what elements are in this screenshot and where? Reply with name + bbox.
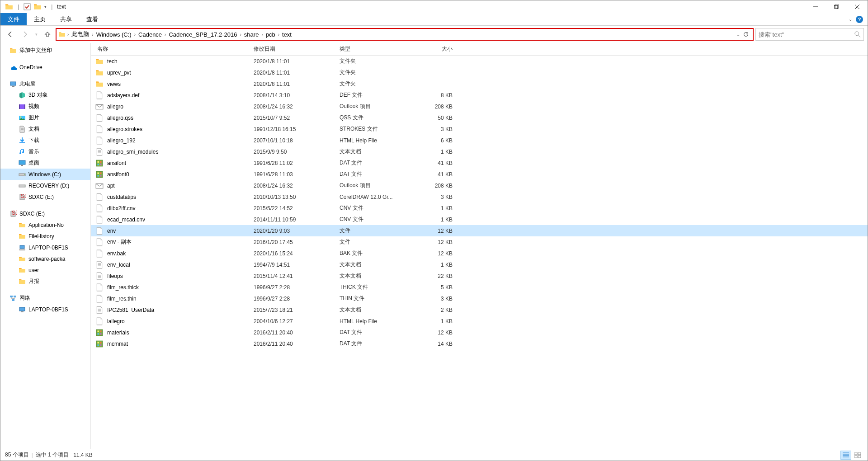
- file-row[interactable]: custdatatips2010/10/13 13:50CorelDRAW 12…: [91, 191, 868, 202]
- sidebar-item-label: 此电脑: [19, 80, 36, 88]
- sidebar-item[interactable]: 3D 对象: [0, 89, 90, 101]
- search-box[interactable]: [755, 28, 864, 41]
- sidebar-item[interactable]: 下载: [0, 135, 90, 146]
- maximize-button[interactable]: [826, 0, 847, 13]
- file-date: 2020/1/8 11:01: [254, 70, 340, 76]
- crumb-sep[interactable]: ›: [277, 32, 280, 37]
- sidebar-item[interactable]: 桌面: [0, 157, 90, 169]
- crumb-thispc[interactable]: 此电脑: [71, 30, 90, 38]
- crumb-text[interactable]: text: [281, 31, 292, 38]
- file-row[interactable]: allegro.strokes1991/12/18 16:15STROKES 文…: [91, 123, 868, 135]
- back-button[interactable]: [4, 28, 17, 41]
- file-row[interactable]: materials2016/2/11 20:40DAT 文件12 KB: [91, 327, 868, 338]
- sidebar-item[interactable]: 图片: [0, 112, 90, 123]
- crumb-pcb[interactable]: pcb: [265, 31, 276, 38]
- sidebar-item[interactable]: user: [0, 264, 90, 276]
- crumb-share[interactable]: share: [243, 31, 260, 38]
- refresh-icon[interactable]: [743, 31, 749, 38]
- crumb-sep[interactable]: ›: [91, 32, 94, 37]
- file-row[interactable]: ansifont01991/6/28 11:03DAT 文件41 KB: [91, 169, 868, 180]
- help-icon[interactable]: ?: [856, 16, 863, 23]
- recent-dropdown[interactable]: ▾: [33, 28, 39, 41]
- file-row[interactable]: apt2008/1/24 16:32Outlook 项目208 KB: [91, 180, 868, 191]
- sidebar-item[interactable]: LAPTOP-0BF1S: [0, 242, 90, 253]
- icons-view-button[interactable]: [852, 451, 863, 460]
- sidebar-item[interactable]: RECOVERY (D:): [0, 180, 90, 191]
- sidebar-item[interactable]: software-packa: [0, 253, 90, 264]
- file-row[interactable]: allegro.qss2015/10/7 9:52QSS 文件50 KB: [91, 112, 868, 123]
- sidebar-item[interactable]: Application-No: [0, 219, 90, 230]
- qat-dropdown[interactable]: ▾: [44, 5, 47, 9]
- sidebar-item[interactable]: LAPTOP-0BF1S: [0, 304, 90, 315]
- sidebar-item-label: software-packa: [28, 256, 65, 262]
- sidebar-item[interactable]: OneDrive: [0, 61, 90, 73]
- file-row[interactable]: mcmmat2016/2/11 20:40DAT 文件14 KB: [91, 338, 868, 349]
- details-view-button[interactable]: [840, 451, 851, 460]
- checkbox-icon[interactable]: [24, 3, 31, 10]
- file-row[interactable]: fileops2015/11/4 12:41文本文档22 KB: [91, 270, 868, 282]
- sidebar-item[interactable]: 网络: [0, 292, 90, 304]
- sidebar-item[interactable]: 音乐: [0, 146, 90, 157]
- file-size: 6 KB: [412, 137, 457, 144]
- file-row[interactable]: tech2020/1/8 11:01文件夹: [91, 56, 868, 67]
- tab-home[interactable]: 主页: [27, 13, 53, 25]
- up-button[interactable]: [41, 28, 54, 41]
- sidebar-item[interactable]: Windows (C:): [0, 169, 90, 180]
- file-row[interactable]: IPC2581_UserData2015/7/23 18:21文本文档2 KB: [91, 304, 868, 315]
- search-icon[interactable]: [854, 31, 861, 38]
- file-row[interactable]: allegro2008/1/24 16:32Outlook 项目208 KB: [91, 101, 868, 112]
- address-dropdown-icon[interactable]: ⌄: [736, 32, 740, 37]
- sidebar-item[interactable]: FileHistory: [0, 230, 90, 242]
- file-row[interactable]: env.bak2020/1/16 15:24BAK 文件12 KB: [91, 248, 868, 259]
- crumb-drive[interactable]: Windows (C:): [95, 31, 132, 38]
- file-name: apt: [107, 183, 254, 189]
- crumb-cadence[interactable]: Cadence: [137, 31, 163, 38]
- sidebar-item[interactable]: 此电脑: [0, 78, 90, 89]
- sidebar[interactable]: 添加中文丝印OneDrive此电脑3D 对象视频图片文档下载音乐桌面Window…: [0, 43, 91, 449]
- close-button[interactable]: [847, 0, 868, 13]
- column-name[interactable]: 名称: [95, 45, 254, 53]
- file-row[interactable]: allegro_smi_modules2015/9/9 9:50文本文档1 KB: [91, 146, 868, 157]
- crumb-sep[interactable]: ›: [133, 32, 137, 37]
- tab-share[interactable]: 共享: [53, 13, 79, 25]
- sidebar-item[interactable]: 月报: [0, 276, 90, 287]
- file-row[interactable]: uprev_pvt2020/1/8 11:01文件夹: [91, 67, 868, 78]
- file-row[interactable]: ecad_mcad.cnv2014/11/11 10:59CNV 文件1 KB: [91, 214, 868, 225]
- minimize-button[interactable]: [805, 0, 826, 13]
- file-row[interactable]: env - 副本2016/1/20 17:45文件12 KB: [91, 236, 868, 248]
- sidebar-item[interactable]: 添加中文丝印: [0, 45, 90, 56]
- address-bar[interactable]: › 此电脑 › Windows (C:) › Cadence › Cadence…: [56, 28, 754, 41]
- file-list[interactable]: tech2020/1/8 11:01文件夹uprev_pvt2020/1/8 1…: [91, 56, 868, 449]
- sidebar-item-label: 图片: [28, 114, 39, 122]
- crumb-sep[interactable]: ›: [164, 32, 167, 37]
- file-row[interactable]: allegro_1922007/10/1 10:18HTML Help File…: [91, 135, 868, 146]
- file-row[interactable]: views2020/1/8 11:01文件夹: [91, 78, 868, 89]
- crumb-sep[interactable]: ›: [260, 32, 264, 37]
- file-row[interactable]: lallegro2004/10/6 12:27HTML Help File1 K…: [91, 315, 868, 327]
- crumb-spb[interactable]: Cadence_SPB_17.2-2016: [168, 31, 238, 38]
- folder-icon-tab: [33, 3, 42, 11]
- file-row[interactable]: film_res.thin1996/9/27 2:28THIN 文件3 KB: [91, 293, 868, 304]
- sidebar-item-label: 桌面: [28, 159, 39, 167]
- sidebar-item[interactable]: SDSDXC (E:): [0, 208, 90, 219]
- crumb-sep[interactable]: ›: [66, 32, 70, 37]
- sidebar-item[interactable]: 文档: [0, 123, 90, 135]
- svg-rect-25: [20, 245, 24, 249]
- file-row[interactable]: env2020/1/20 9:03文件12 KB: [91, 225, 868, 236]
- column-type[interactable]: 类型: [340, 45, 412, 53]
- tab-file[interactable]: 文件: [0, 13, 27, 25]
- crumb-sep[interactable]: ›: [239, 32, 242, 37]
- tab-view[interactable]: 查看: [79, 13, 105, 25]
- sidebar-item[interactable]: SDSDXC (E:): [0, 191, 90, 202]
- file-row[interactable]: adslayers.def2008/1/14 3:10DEF 文件8 KB: [91, 89, 868, 101]
- forward-button[interactable]: [19, 28, 31, 41]
- file-row[interactable]: ansifont1991/6/28 11:02DAT 文件41 KB: [91, 157, 868, 169]
- file-row[interactable]: film_res.thick1996/9/27 2:28THICK 文件5 KB: [91, 282, 868, 293]
- ribbon-expand-icon[interactable]: ⌄: [849, 17, 852, 22]
- file-name: allegro.qss: [107, 115, 254, 121]
- file-row[interactable]: dlibx2iff.cnv2015/5/22 14:52CNV 文件1 KB: [91, 202, 868, 214]
- sidebar-item[interactable]: 视频: [0, 101, 90, 112]
- column-size[interactable]: 大小: [412, 45, 457, 53]
- file-row[interactable]: env_local1994/7/9 14:51文本文档1 KB: [91, 259, 868, 270]
- search-input[interactable]: [759, 31, 854, 38]
